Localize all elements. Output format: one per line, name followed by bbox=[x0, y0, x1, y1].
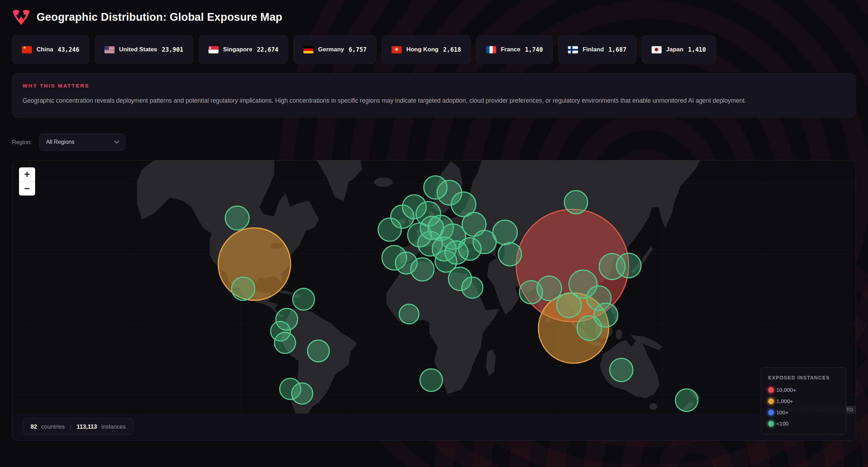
filter-row: Region: All Regions bbox=[12, 134, 856, 151]
page-title: Geographic Distribution: Global Exposure… bbox=[37, 11, 282, 24]
exposure-bubble[interactable] bbox=[420, 216, 443, 239]
legend-label: 1,000+ bbox=[776, 398, 793, 404]
country-count: 43,246 bbox=[58, 46, 79, 53]
exposure-bubble[interactable] bbox=[498, 243, 522, 266]
country-flag-icon bbox=[22, 46, 32, 53]
page: Geographic Distribution: Global Exposure… bbox=[0, 0, 868, 441]
world-map-canvas bbox=[12, 160, 856, 414]
exposure-bubble[interactable] bbox=[459, 238, 481, 260]
chevron-down-icon bbox=[114, 141, 119, 144]
legend-item: 100+ bbox=[768, 408, 839, 417]
country-count: 2,618 bbox=[443, 46, 461, 53]
legend-dot-icon bbox=[768, 387, 774, 393]
legend-item: 10,000+ bbox=[768, 386, 839, 394]
exposure-bubble[interactable] bbox=[292, 383, 313, 404]
region-filter-label: Region: bbox=[12, 139, 32, 146]
exposure-bubble[interactable] bbox=[307, 340, 329, 362]
country-count: 22,674 bbox=[257, 46, 278, 53]
exposure-bubble[interactable] bbox=[564, 191, 588, 214]
zoom-out-button[interactable]: − bbox=[19, 181, 35, 196]
country-stat-chip[interactable]: Germany 6,757 bbox=[293, 35, 376, 64]
region-select-value: All Regions bbox=[46, 139, 75, 145]
map-status-pill: 82 countries | 113,113 instances bbox=[22, 418, 134, 435]
country-name: France bbox=[501, 46, 520, 53]
exposure-bubble[interactable] bbox=[225, 206, 249, 230]
country-name: Germany bbox=[318, 46, 344, 53]
legend-item: <100 bbox=[768, 420, 839, 428]
country-count: 6,757 bbox=[349, 46, 367, 53]
country-flag-icon bbox=[568, 46, 578, 53]
map-card: © OpenStreetMap contributors © CARTO + −… bbox=[12, 160, 856, 441]
country-stat-chip[interactable]: Japan 1,410 bbox=[642, 35, 716, 64]
country-stat-chip[interactable]: Finland 1,687 bbox=[558, 35, 636, 64]
legend-label: <100 bbox=[776, 421, 789, 427]
zoom-in-button[interactable]: + bbox=[19, 167, 35, 181]
legend-dot-icon bbox=[768, 410, 774, 415]
country-name: Finland bbox=[583, 46, 604, 53]
country-flag-icon bbox=[303, 46, 313, 53]
legend-label: 100+ bbox=[776, 409, 789, 416]
exposure-bubble[interactable] bbox=[420, 369, 442, 391]
exposure-bubble[interactable] bbox=[594, 303, 618, 327]
exposure-bubble[interactable] bbox=[378, 218, 401, 241]
land-tasmania bbox=[649, 403, 657, 410]
exposure-bubble[interactable] bbox=[675, 389, 698, 411]
page-header: Geographic Distribution: Global Exposure… bbox=[12, 7, 856, 27]
country-flag-icon bbox=[652, 46, 662, 53]
country-name: Japan bbox=[666, 46, 684, 53]
world-map[interactable]: © OpenStreetMap contributors © CARTO bbox=[12, 160, 856, 414]
land-sulawesi bbox=[616, 330, 622, 339]
exposure-bubble[interactable] bbox=[399, 304, 419, 324]
legend-dot-icon bbox=[768, 421, 774, 427]
legend-label: 10,000+ bbox=[776, 387, 796, 393]
legend-dot-icon bbox=[768, 398, 774, 404]
instances-label: instances bbox=[101, 423, 126, 430]
exposure-bubble[interactable] bbox=[462, 277, 483, 298]
country-name: Singapore bbox=[223, 46, 252, 53]
country-name: China bbox=[37, 46, 53, 53]
country-name: Hong Kong bbox=[406, 46, 439, 53]
legend-item: 1,000+ bbox=[768, 397, 839, 405]
region-select[interactable]: All Regions bbox=[39, 134, 125, 151]
country-flag-icon bbox=[391, 46, 402, 53]
instances-count: 113,113 bbox=[77, 423, 97, 430]
exposure-bubble[interactable] bbox=[232, 277, 255, 300]
country-stat-chip[interactable]: United States 23,901 bbox=[95, 35, 193, 64]
exposure-bubble[interactable] bbox=[537, 276, 562, 301]
exposure-bubble[interactable] bbox=[493, 220, 517, 245]
country-count: 1,410 bbox=[688, 46, 706, 53]
country-count: 23,901 bbox=[162, 46, 183, 53]
country-stat-chip[interactable]: Singapore 22,674 bbox=[199, 35, 289, 64]
callout-body: Geographic concentration reveals deploym… bbox=[22, 94, 831, 107]
country-flag-icon bbox=[486, 46, 496, 53]
country-count: 1,740 bbox=[525, 46, 543, 53]
exposure-bubble[interactable] bbox=[616, 253, 641, 278]
countries-label: countries bbox=[41, 423, 65, 430]
legend-title: EXPOSED INSTANCES bbox=[768, 375, 839, 380]
exposure-bubble[interactable] bbox=[610, 358, 633, 382]
country-stats-row: China 43,246 United States 23,901 Singap… bbox=[12, 35, 856, 64]
country-stat-chip[interactable]: China 43,246 bbox=[12, 35, 89, 64]
country-stat-chip[interactable]: Hong Kong 2,618 bbox=[382, 35, 471, 64]
country-count: 1,687 bbox=[608, 46, 626, 53]
status-divider: | bbox=[69, 424, 72, 430]
callout-title: WHY THIS MATTERS bbox=[22, 83, 846, 89]
exposure-bubble[interactable] bbox=[274, 332, 296, 353]
why-this-matters-panel: WHY THIS MATTERS Geographic concentratio… bbox=[12, 73, 856, 117]
map-zoom-control: + − bbox=[19, 167, 35, 196]
country-name: United States bbox=[119, 46, 157, 53]
country-flag-icon bbox=[208, 46, 219, 53]
exposure-bubble[interactable] bbox=[557, 293, 581, 318]
map-legend: EXPOSED INSTANCES 10,000+ 1,000+ bbox=[761, 367, 846, 435]
countries-count: 82 bbox=[31, 423, 37, 430]
exposure-bubble[interactable] bbox=[424, 176, 447, 199]
exposure-bubble[interactable] bbox=[293, 288, 315, 310]
legend-items: 10,000+ 1,000+ 100+ <100 bbox=[768, 386, 839, 428]
land-iceland bbox=[374, 178, 393, 187]
country-stat-chip[interactable]: France 1,740 bbox=[476, 35, 553, 64]
exposure-bubble[interactable] bbox=[411, 258, 434, 281]
country-flag-icon bbox=[104, 46, 115, 53]
bat-logo-icon bbox=[12, 9, 30, 26]
